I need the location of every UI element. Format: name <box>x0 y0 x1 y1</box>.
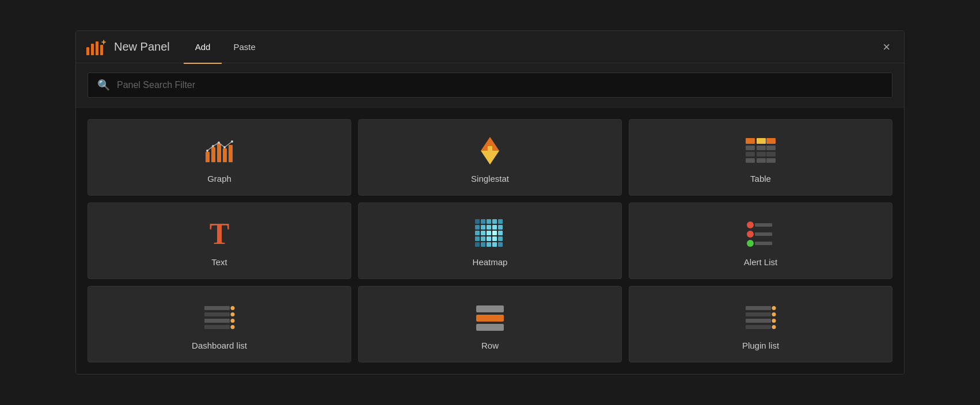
svg-rect-47 <box>492 236 497 241</box>
svg-point-11 <box>212 145 214 147</box>
svg-point-76 <box>772 319 776 323</box>
svg-rect-50 <box>481 242 485 247</box>
heatmap-panel-icon <box>473 217 507 251</box>
heatmap-panel-label: Heatmap <box>473 257 508 267</box>
text-panel-icon: T <box>202 217 237 251</box>
panel-card-pluginlist[interactable]: Plugin list <box>629 286 892 362</box>
svg-point-10 <box>206 150 208 152</box>
svg-point-56 <box>747 231 754 238</box>
row-panel-label: Row <box>481 341 499 350</box>
svg-point-78 <box>772 325 776 329</box>
tab-add[interactable]: Add <box>184 32 222 64</box>
svg-rect-20 <box>746 146 755 150</box>
svg-rect-6 <box>211 147 215 162</box>
svg-rect-17 <box>746 138 755 144</box>
svg-rect-52 <box>492 242 497 247</box>
panel-card-singlestat[interactable]: Singlestat <box>358 119 622 196</box>
svg-rect-25 <box>766 152 776 156</box>
table-panel-icon <box>743 133 778 168</box>
panel-card-row[interactable]: Row <box>358 286 622 362</box>
alertlist-panel-label: Alert List <box>744 257 777 267</box>
svg-rect-40 <box>481 231 485 235</box>
svg-rect-29 <box>475 219 480 224</box>
svg-rect-66 <box>204 325 230 329</box>
svg-rect-1 <box>91 44 94 55</box>
row-panel-icon <box>473 300 507 335</box>
dashlist-panel-icon <box>202 300 237 335</box>
svg-point-74 <box>772 312 776 316</box>
svg-rect-42 <box>492 231 497 235</box>
table-panel-label: Table <box>750 174 771 184</box>
svg-point-63 <box>231 312 235 316</box>
close-button[interactable]: × <box>878 36 895 58</box>
svg-rect-59 <box>755 242 772 245</box>
text-panel-label: Text <box>211 257 227 267</box>
panel-icon-logo: + <box>85 38 107 56</box>
svg-rect-23 <box>746 152 755 156</box>
svg-point-14 <box>231 140 233 143</box>
svg-rect-41 <box>487 231 491 235</box>
svg-point-54 <box>747 221 754 228</box>
svg-rect-0 <box>86 47 89 55</box>
tab-paste[interactable]: Paste <box>222 32 267 64</box>
svg-rect-31 <box>487 219 491 224</box>
svg-rect-44 <box>475 236 480 241</box>
panel-card-graph[interactable]: Graph <box>88 119 351 196</box>
svg-rect-43 <box>498 231 503 235</box>
panel-card-alertlist[interactable]: Alert List <box>629 202 892 279</box>
svg-rect-70 <box>476 324 504 331</box>
svg-rect-9 <box>229 145 233 162</box>
svg-rect-19 <box>766 138 776 144</box>
svg-rect-60 <box>204 306 230 310</box>
svg-rect-39 <box>475 231 480 235</box>
panels-grid: Graph Singlestat <box>76 108 904 374</box>
svg-rect-51 <box>487 242 491 247</box>
svg-rect-24 <box>757 152 766 156</box>
singlestat-panel-label: Singlestat <box>471 174 509 184</box>
new-panel-modal: + New Panel Add Paste × 🔍 <box>75 30 905 375</box>
pluginlist-panel-label: Plugin list <box>742 341 779 350</box>
text-t-letter: T <box>210 219 230 249</box>
svg-rect-5 <box>206 152 210 162</box>
svg-rect-55 <box>755 223 772 227</box>
svg-rect-33 <box>498 219 503 224</box>
panel-card-text[interactable]: T Text <box>88 202 351 279</box>
svg-rect-22 <box>766 146 776 150</box>
panel-card-table[interactable]: Table <box>629 119 892 196</box>
search-bar: 🔍 <box>76 63 904 108</box>
svg-rect-73 <box>746 312 771 316</box>
svg-rect-36 <box>487 225 491 230</box>
svg-rect-8 <box>223 148 227 162</box>
graph-panel-label: Graph <box>207 174 231 184</box>
svg-rect-49 <box>475 242 480 247</box>
panel-card-dashlist[interactable]: Dashboard list <box>88 286 351 362</box>
svg-rect-2 <box>96 41 98 55</box>
svg-rect-45 <box>481 236 485 241</box>
singlestat-panel-icon <box>473 133 507 168</box>
svg-rect-21 <box>757 146 766 150</box>
search-input[interactable] <box>117 80 883 90</box>
svg-rect-38 <box>498 225 503 230</box>
svg-text:+: + <box>101 38 106 47</box>
svg-point-13 <box>223 146 226 148</box>
svg-rect-32 <box>492 219 497 224</box>
svg-rect-77 <box>746 325 771 329</box>
search-icon: 🔍 <box>97 79 110 91</box>
svg-point-72 <box>772 306 776 310</box>
svg-point-12 <box>218 142 220 144</box>
svg-rect-62 <box>204 312 230 316</box>
svg-rect-57 <box>755 232 772 236</box>
svg-rect-37 <box>492 225 497 230</box>
svg-rect-46 <box>487 236 491 241</box>
svg-rect-53 <box>498 242 503 247</box>
svg-rect-35 <box>481 225 485 230</box>
svg-rect-7 <box>217 144 221 162</box>
graph-panel-icon <box>202 133 237 168</box>
search-wrapper: 🔍 <box>88 72 892 98</box>
panel-card-heatmap[interactable]: Heatmap <box>358 202 622 279</box>
svg-point-67 <box>231 325 235 329</box>
svg-rect-64 <box>204 319 230 323</box>
svg-point-61 <box>231 306 235 310</box>
svg-rect-30 <box>481 219 485 224</box>
svg-point-58 <box>747 240 754 247</box>
